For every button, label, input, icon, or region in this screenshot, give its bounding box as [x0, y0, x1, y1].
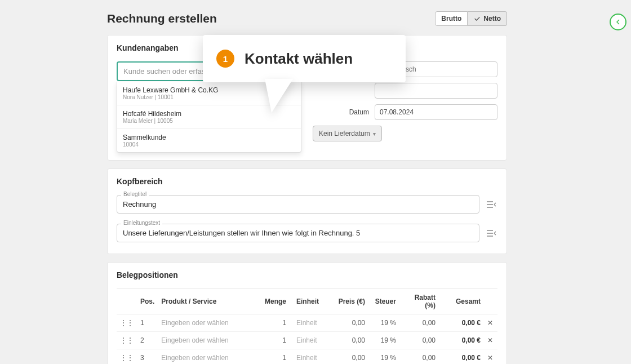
svg-marker-0 [265, 79, 293, 113]
no-delivery-date-button[interactable]: Kein Lieferdatum ▾ [313, 126, 382, 141]
drag-handle-icon[interactable]: ⋮⋮ [117, 349, 137, 365]
doc-extra-input[interactable] [375, 83, 497, 99]
positions-panel: Belegpositionen Pos. Produkt / Service M… [107, 262, 507, 364]
positions-table: Pos. Produkt / Service Menge Einheit Pre… [117, 288, 497, 364]
doc-title-input[interactable] [117, 195, 479, 214]
help-collapse-badge[interactable] [610, 14, 626, 30]
page-title: Rechnung erstellen [107, 12, 217, 25]
chevron-left-icon [615, 19, 621, 25]
product-cell[interactable]: Eingeben oder wählen [158, 332, 261, 349]
remove-row-icon[interactable]: ✕ [484, 314, 497, 332]
text-template-icon[interactable] [485, 227, 497, 239]
drag-handle-icon[interactable]: ⋮⋮ [117, 332, 137, 349]
customer-option[interactable]: Sammelkunde 10004 [117, 129, 301, 152]
table-row[interactable]: ⋮⋮2Eingeben oder wählen1Einheit0,0019 %0… [117, 332, 497, 349]
text-template-icon[interactable] [485, 198, 497, 211]
tour-step-text: Kontakt wählen [245, 50, 353, 68]
table-row[interactable]: ⋮⋮1Eingeben oder wählen1Einheit0,0019 %0… [117, 314, 497, 332]
product-cell[interactable]: Eingeben oder wählen [158, 349, 261, 365]
tour-step-number: 1 [216, 50, 234, 68]
date-input[interactable] [375, 104, 497, 120]
chevron-down-icon: ▾ [373, 131, 376, 137]
remove-row-icon[interactable]: ✕ [484, 332, 497, 349]
date-label: Datum [313, 108, 375, 116]
netto-button[interactable]: Netto [468, 11, 507, 26]
product-cell[interactable]: Eingeben oder wählen [158, 314, 261, 332]
table-row[interactable]: ⋮⋮3Eingeben oder wählen1Einheit0,0019 %0… [117, 349, 497, 365]
tour-callout: 1 Kontakt wählen [203, 35, 406, 82]
drag-handle-icon[interactable]: ⋮⋮ [117, 314, 137, 332]
head-section-title: Kopfbereich [117, 177, 497, 186]
head-panel: Kopfbereich Belegtitel Einleitungstext [107, 168, 507, 254]
intro-input[interactable] [117, 224, 479, 242]
intro-label: Einleitungstext [121, 220, 162, 226]
positions-section-title: Belegpositionen [117, 270, 497, 279]
brutto-button[interactable]: Brutto [435, 11, 468, 26]
doc-title-label: Belegtitel [121, 191, 149, 197]
brutto-netto-toggle[interactable]: Brutto Netto [435, 11, 507, 26]
remove-row-icon[interactable]: ✕ [484, 349, 497, 365]
check-icon [473, 15, 481, 23]
